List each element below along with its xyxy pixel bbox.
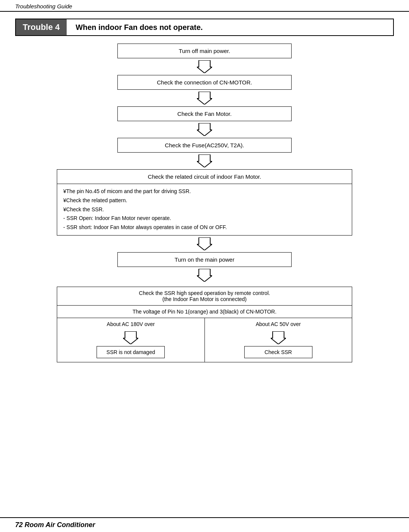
trouble-label: Trouble 4 — [16, 19, 67, 35]
svg-marker-1 — [197, 92, 212, 105]
step5-container: Check the related circuit of indoor Fan … — [57, 169, 352, 236]
right-branch: About AC 50V over Check SSR — [205, 318, 352, 362]
header-title: Troubleshooting Guide — [15, 3, 72, 9]
big-top-line1: Check the SSR high speed operation by re… — [60, 290, 349, 296]
left-result-box: SSR is not damaged — [97, 346, 165, 358]
right-result-text: Check SSR — [265, 349, 292, 355]
note-block: ¥The pin No.45 of micom and the part for… — [57, 184, 352, 236]
note-inner: ¥The pin No.45 of micom and the part for… — [57, 184, 352, 235]
note-line2: ¥Check the related pattern. — [63, 196, 346, 205]
step1-box: Turn off main power. — [117, 44, 292, 58]
page-container: Troubleshooting Guide Trouble 4 When ind… — [0, 0, 409, 532]
right-label: About AC 50V over — [256, 321, 301, 327]
step4-box: Check the Fuse(AC250V, T2A). — [117, 138, 292, 153]
page-header: Troubleshooting Guide — [0, 0, 409, 12]
svg-marker-4 — [197, 237, 212, 250]
trouble-bar: Trouble 4 When indoor Fan does not opera… — [15, 19, 394, 36]
arrow5 — [195, 237, 214, 251]
step6-box: Turn on the main power — [117, 252, 292, 267]
page-footer: 72 Room Air Conditioner — [0, 517, 409, 532]
main-content: Turn off main power. Check the connectio… — [0, 36, 409, 517]
step2-text: Check the connection of CN-MOTOR. — [157, 79, 252, 86]
footer-text: 72 Room Air Conditioner — [15, 521, 95, 529]
arrow3 — [195, 123, 214, 136]
svg-marker-5 — [197, 269, 212, 282]
svg-marker-7 — [271, 331, 286, 344]
arrow1 — [195, 60, 214, 73]
big-top-line2: (the Indoor Fan Motor is connected) — [60, 296, 349, 302]
arrow-right — [269, 331, 288, 345]
note-line4: - SSR Open: Indoor Fan Motor never opera… — [63, 214, 346, 223]
note-line3: ¥Check the SSR. — [63, 205, 346, 214]
right-result-box: Check SSR — [244, 346, 312, 358]
arrow2 — [195, 91, 214, 105]
arrow4 — [195, 154, 214, 168]
voltage-row-text: The voltage of Pin No 1(orange) and 3(bl… — [133, 309, 276, 315]
svg-marker-3 — [197, 154, 212, 167]
step2-box: Check the connection of CN-MOTOR. — [117, 75, 292, 90]
left-branch: About AC 180V over SSR is not damaged — [57, 318, 205, 362]
step3-box: Check the Fan Motor. — [117, 106, 292, 121]
step6-text: Turn on the main power — [175, 256, 234, 263]
step1-text: Turn off main power. — [179, 48, 230, 54]
step4-text: Check the Fuse(AC250V, T2A). — [165, 142, 244, 148]
arrow-left — [121, 331, 140, 345]
big-container: Check the SSR high speed operation by re… — [57, 287, 352, 362]
svg-marker-2 — [197, 123, 212, 136]
step5-box: Check the related circuit of indoor Fan … — [57, 169, 352, 184]
big-container-row: The voltage of Pin No 1(orange) and 3(bl… — [57, 306, 352, 318]
left-result-text: SSR is not damaged — [106, 349, 155, 355]
arrow6 — [195, 268, 214, 282]
svg-marker-0 — [197, 60, 212, 73]
big-container-bottom: About AC 180V over SSR is not damaged Ab… — [57, 318, 352, 362]
step5-text: Check the related circuit of indoor Fan … — [148, 173, 261, 180]
svg-marker-6 — [123, 331, 138, 344]
flowchart: Turn off main power. Check the connectio… — [15, 44, 394, 362]
note-line5: - SSR short: Indoor Fan Motor always ope… — [63, 223, 346, 232]
note-line1: ¥The pin No.45 of micom and the part for… — [63, 187, 346, 196]
left-label: About AC 180V over — [107, 321, 155, 327]
big-container-top: Check the SSR high speed operation by re… — [57, 287, 352, 306]
trouble-description: When indoor Fan does not operate. — [67, 20, 212, 35]
step3-text: Check the Fan Motor. — [177, 111, 231, 117]
